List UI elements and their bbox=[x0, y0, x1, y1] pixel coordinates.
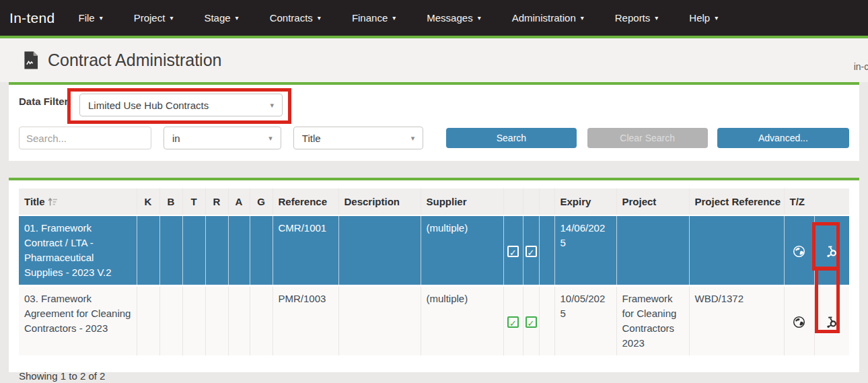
chevron-down-icon: ▾ bbox=[478, 14, 481, 22]
menu-messages[interactable]: Messages▾ bbox=[411, 12, 496, 24]
chevron-down-icon: ▾ bbox=[411, 134, 415, 143]
table-row-contract-1[interactable]: 01. Framework Contract / LTA - Pharmaceu… bbox=[19, 215, 849, 286]
data-filter-selected-value: Limited Use Hub Contracts bbox=[88, 100, 209, 111]
chevron-down-icon: ▾ bbox=[581, 14, 584, 22]
menu-administration-label: Administration bbox=[512, 12, 576, 24]
chevron-down-icon: ▾ bbox=[270, 101, 274, 110]
search-input[interactable] bbox=[19, 127, 151, 149]
hub-sprocket-icon bbox=[825, 244, 838, 258]
cell-project-reference: WBD/1372 bbox=[689, 286, 784, 356]
menu-reports-label: Reports bbox=[615, 12, 651, 24]
cell-tz-hub[interactable] bbox=[814, 286, 849, 356]
checkbox-checked-icon bbox=[507, 246, 519, 257]
top-navigation-bar: In-tend File▾ Project▾ Stage▾ Contracts▾… bbox=[0, 0, 868, 38]
contracts-table-panel: Title K B T R A G Refer bbox=[9, 178, 859, 372]
cell-b bbox=[159, 286, 182, 356]
table-row-contract-2[interactable]: 03. Framework Agreement for Cleaning Con… bbox=[19, 286, 849, 356]
chevron-down-icon: ▾ bbox=[392, 14, 396, 22]
menu-project-label: Project bbox=[134, 12, 166, 24]
cell-description bbox=[338, 286, 421, 356]
column-header-k[interactable]: K bbox=[137, 188, 159, 215]
advanced-search-button[interactable]: Advanced... bbox=[717, 128, 849, 148]
column-header-a[interactable]: A bbox=[228, 188, 250, 215]
cell-reference: CMR/1001 bbox=[273, 215, 338, 286]
cell-tz-globe[interactable] bbox=[784, 286, 814, 356]
chevron-down-icon: ▾ bbox=[318, 14, 321, 22]
cell-title: 01. Framework Contract / LTA - Pharmaceu… bbox=[19, 215, 137, 286]
search-operator-select[interactable]: in ▾ bbox=[164, 127, 281, 149]
cell-description bbox=[338, 215, 421, 286]
chevron-down-icon: ▾ bbox=[236, 14, 239, 22]
contract-document-icon bbox=[23, 51, 38, 69]
contracts-table: Title K B T R A G Refer bbox=[19, 188, 849, 355]
cell-spacer bbox=[539, 215, 554, 286]
menu-file-label: File bbox=[78, 12, 94, 24]
filter-panel: Data Filter: Limited Use Hub Contracts ▾… bbox=[9, 82, 859, 161]
column-header-supplier[interactable]: Supplier bbox=[421, 188, 503, 215]
chevron-down-icon: ▾ bbox=[655, 14, 658, 22]
data-filter-select[interactable]: Limited Use Hub Contracts ▾ bbox=[79, 94, 283, 116]
cell-reference: PMR/1003 bbox=[273, 286, 338, 356]
chevron-down-icon: ▾ bbox=[100, 14, 103, 22]
column-header-title[interactable]: Title bbox=[19, 188, 137, 215]
chevron-down-icon: ▾ bbox=[715, 14, 718, 22]
menu-project[interactable]: Project▾ bbox=[118, 12, 189, 24]
cell-a bbox=[228, 215, 250, 286]
column-header-tz[interactable]: T/Z bbox=[784, 188, 849, 215]
checkbox-checked-icon bbox=[526, 246, 537, 257]
cell-r bbox=[205, 286, 228, 356]
clear-search-button[interactable]: Clear Search bbox=[587, 128, 708, 148]
search-field-select[interactable]: Title ▾ bbox=[293, 127, 424, 149]
column-header-project[interactable]: Project bbox=[616, 188, 689, 215]
chevron-down-icon: ▾ bbox=[268, 134, 273, 143]
cell-tz-globe[interactable] bbox=[784, 215, 814, 286]
header-right-text: in-co bbox=[854, 61, 868, 72]
app-logo[interactable]: In-tend bbox=[9, 10, 55, 26]
menu-file[interactable]: File▾ bbox=[63, 12, 118, 24]
cell-k bbox=[137, 215, 159, 286]
menu-help[interactable]: Help▾ bbox=[674, 12, 733, 24]
sort-ascending-icon bbox=[47, 197, 58, 207]
column-header-expiry[interactable]: Expiry bbox=[554, 188, 616, 215]
cell-t bbox=[182, 215, 205, 286]
cell-tz-hub[interactable] bbox=[814, 215, 849, 286]
hub-sprocket-icon bbox=[825, 315, 838, 328]
menu-finance-label: Finance bbox=[352, 12, 388, 24]
column-header-spacer bbox=[539, 188, 554, 215]
menu-stage-label: Stage bbox=[204, 12, 230, 24]
column-header-check1 bbox=[503, 188, 523, 215]
column-header-b[interactable]: B bbox=[159, 188, 182, 215]
cell-check1 bbox=[503, 215, 523, 286]
cell-spacer bbox=[539, 286, 554, 356]
menu-contracts[interactable]: Contracts▾ bbox=[254, 12, 336, 24]
column-header-t[interactable]: T bbox=[182, 188, 205, 215]
menu-finance[interactable]: Finance▾ bbox=[336, 12, 411, 24]
menu-contracts-label: Contracts bbox=[270, 12, 313, 24]
cell-r bbox=[205, 215, 228, 286]
column-header-description[interactable]: Description bbox=[338, 188, 421, 215]
column-header-project-reference[interactable]: Project Reference bbox=[689, 188, 784, 215]
cell-title: 03. Framework Agreement for Cleaning Con… bbox=[19, 286, 137, 356]
chevron-down-icon: ▾ bbox=[170, 14, 173, 22]
column-header-reference[interactable]: Reference bbox=[273, 188, 338, 215]
page-title: Contract Administration bbox=[48, 50, 221, 70]
menu-help-label: Help bbox=[689, 12, 710, 24]
cell-expiry: 10/05/2025 bbox=[554, 286, 616, 356]
cell-check2 bbox=[523, 215, 539, 286]
cell-project bbox=[616, 215, 689, 286]
search-button[interactable]: Search bbox=[446, 128, 576, 148]
column-header-r[interactable]: R bbox=[205, 188, 228, 215]
column-header-check2 bbox=[523, 188, 539, 215]
column-header-g[interactable]: G bbox=[250, 188, 273, 215]
globe-icon bbox=[793, 316, 805, 328]
checkbox-checked-icon bbox=[507, 316, 519, 328]
menu-reports[interactable]: Reports▾ bbox=[600, 12, 674, 24]
globe-icon bbox=[793, 245, 805, 258]
cell-project-reference bbox=[689, 215, 784, 286]
checkbox-checked-icon bbox=[526, 316, 537, 328]
cell-b bbox=[159, 215, 182, 286]
cell-check1 bbox=[503, 286, 523, 356]
menu-stage[interactable]: Stage▾ bbox=[188, 12, 254, 24]
menu-administration[interactable]: Administration▾ bbox=[497, 12, 600, 24]
data-filter-label: Data Filter: bbox=[19, 94, 79, 116]
